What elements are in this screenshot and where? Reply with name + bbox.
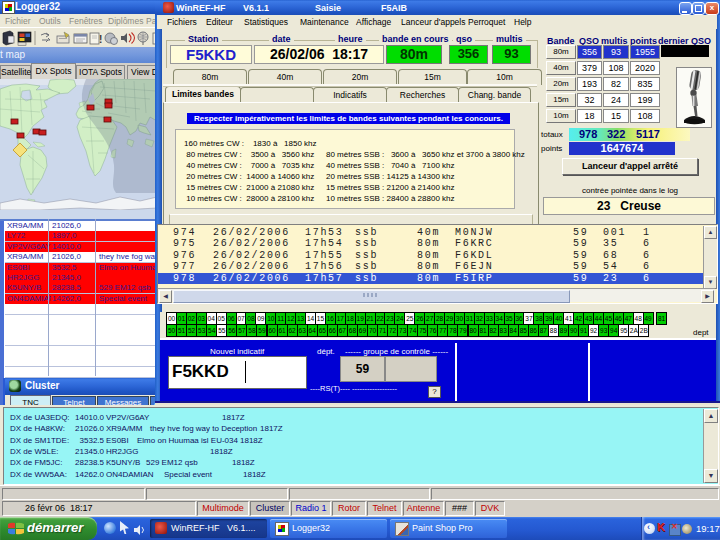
- svg-text:!: !: [99, 34, 102, 45]
